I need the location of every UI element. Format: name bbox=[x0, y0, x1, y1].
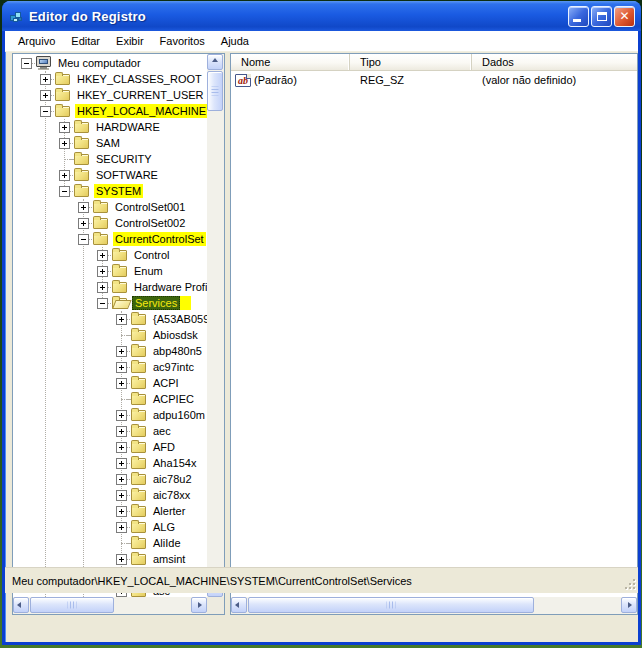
tree-stub bbox=[127, 479, 130, 480]
value-name: (Padrão) bbox=[254, 74, 297, 86]
scroll-right-button[interactable] bbox=[621, 597, 637, 613]
tree-item-aic78xx[interactable]: aic78xx bbox=[13, 487, 207, 503]
expand-plus-icon[interactable] bbox=[116, 458, 127, 469]
tree-item-hardware-profiles[interactable]: Hardware Profiles bbox=[13, 279, 207, 295]
menu-editar[interactable]: Editar bbox=[63, 33, 108, 49]
expand-plus-icon[interactable] bbox=[59, 122, 70, 133]
tree-stub bbox=[127, 383, 130, 384]
values-horizontal-scrollbar[interactable] bbox=[231, 597, 637, 614]
expand-plus-icon[interactable] bbox=[78, 218, 89, 229]
expand-minus-icon[interactable] bbox=[21, 58, 32, 69]
tree-item-hkey-classes-root[interactable]: HKEY_CLASSES_ROOT bbox=[13, 71, 207, 87]
tree-item-system[interactable]: SYSTEM bbox=[13, 183, 207, 199]
maximize-button[interactable] bbox=[591, 6, 612, 27]
tree-indent bbox=[13, 487, 116, 503]
menu-exibir[interactable]: Exibir bbox=[108, 33, 152, 49]
tree-item-currentcontrolset[interactable]: CurrentControlSet bbox=[13, 231, 207, 247]
tree-item-adpu160m[interactable]: adpu160m bbox=[13, 407, 207, 423]
expand-plus-icon[interactable] bbox=[116, 474, 127, 485]
menu-arquivo[interactable]: Arquivo bbox=[10, 33, 63, 49]
tree-indent bbox=[13, 167, 59, 183]
registry-values-pane: Nome Tipo Dados ab (Padrão) REG_SZ (valo… bbox=[230, 53, 638, 615]
expand-plus-icon[interactable] bbox=[40, 90, 51, 101]
tree-item-controlset001[interactable]: ControlSet001 bbox=[13, 199, 207, 215]
tree-item-acpiec[interactable]: ACPIEC bbox=[13, 391, 207, 407]
expand-plus-icon[interactable] bbox=[116, 490, 127, 501]
expand-plus-icon[interactable] bbox=[116, 410, 127, 421]
expand-plus-icon[interactable] bbox=[116, 442, 127, 453]
tree-item-aic78u2[interactable]: aic78u2 bbox=[13, 471, 207, 487]
tree-item-hkey-current-user[interactable]: HKEY_CURRENT_USER bbox=[13, 87, 207, 103]
folder-icon bbox=[131, 408, 148, 422]
expand-plus-icon[interactable] bbox=[59, 138, 70, 149]
tree-item-afd[interactable]: AFD bbox=[13, 439, 207, 455]
tree-item-acpi[interactable]: ACPI bbox=[13, 375, 207, 391]
expand-minus-icon[interactable] bbox=[78, 234, 89, 245]
tree-item-a53ab059[interactable]: {A53AB059- bbox=[13, 311, 207, 327]
expand-plus-icon[interactable] bbox=[116, 522, 127, 533]
scroll-up-button[interactable] bbox=[207, 54, 223, 70]
expand-plus-icon[interactable] bbox=[116, 314, 127, 325]
minimize-icon bbox=[573, 19, 581, 22]
column-header-dados[interactable]: Dados bbox=[472, 54, 637, 70]
menu-favoritos[interactable]: Favoritos bbox=[152, 33, 213, 49]
vertical-scroll-thumb[interactable] bbox=[207, 71, 223, 111]
expand-minus-icon[interactable] bbox=[40, 106, 51, 117]
tree-item-alg[interactable]: ALG bbox=[13, 519, 207, 535]
tree-item-abp480n5[interactable]: abp480n5 bbox=[13, 343, 207, 359]
tree-item-control[interactable]: Control bbox=[13, 247, 207, 263]
expand-plus-icon[interactable] bbox=[116, 378, 127, 389]
tree-item-label: SECURITY bbox=[94, 152, 154, 166]
arrow-left-icon bbox=[17, 602, 21, 608]
tree-item-aec[interactable]: aec bbox=[13, 423, 207, 439]
expand-plus-icon[interactable] bbox=[116, 506, 127, 517]
tree-vertical-scrollbar[interactable] bbox=[207, 54, 224, 597]
minimize-button[interactable] bbox=[568, 6, 589, 27]
column-header-tipo[interactable]: Tipo bbox=[350, 54, 472, 70]
tree-item-controlset002[interactable]: ControlSet002 bbox=[13, 215, 207, 231]
tree-horizontal-scrollbar[interactable] bbox=[13, 597, 207, 614]
tree-item-amsint[interactable]: amsint bbox=[13, 551, 207, 567]
horizontal-scroll-thumb[interactable] bbox=[30, 597, 114, 613]
tree-item-aha154x[interactable]: Aha154x bbox=[13, 455, 207, 471]
expand-plus-icon[interactable] bbox=[59, 170, 70, 181]
value-row[interactable]: ab (Padrão) REG_SZ (valor não definido) bbox=[231, 72, 637, 88]
expand-plus-icon[interactable] bbox=[97, 266, 108, 277]
expand-plus-icon[interactable] bbox=[40, 74, 51, 85]
tree-item-hardware[interactable]: HARDWARE bbox=[13, 119, 207, 135]
folder-icon bbox=[131, 536, 148, 550]
expand-plus-icon[interactable] bbox=[116, 346, 127, 357]
tree-item-alerter[interactable]: Alerter bbox=[13, 503, 207, 519]
expand-minus-icon[interactable] bbox=[59, 186, 70, 197]
horizontal-scroll-thumb[interactable] bbox=[248, 597, 534, 613]
expand-plus-icon[interactable] bbox=[97, 250, 108, 261]
column-header-nome[interactable]: Nome bbox=[231, 54, 350, 70]
expand-plus-icon[interactable] bbox=[116, 362, 127, 373]
tree-item-enum[interactable]: Enum bbox=[13, 263, 207, 279]
resize-grip[interactable] bbox=[623, 577, 636, 590]
scroll-left-button[interactable] bbox=[231, 597, 247, 613]
expand-plus-icon[interactable] bbox=[97, 282, 108, 293]
tree-item-security[interactable]: SECURITY bbox=[13, 151, 207, 167]
tree-item-services[interactable]: Services bbox=[13, 295, 207, 311]
tree-item-label: Alerter bbox=[151, 504, 187, 518]
expand-plus-icon[interactable] bbox=[116, 554, 127, 565]
status-bar: Meu computador\HKEY_LOCAL_MACHINE\SYSTEM… bbox=[5, 567, 638, 593]
menu-ajuda[interactable]: Ajuda bbox=[213, 33, 257, 49]
expand-plus-icon[interactable] bbox=[116, 426, 127, 437]
folder-icon bbox=[131, 376, 148, 390]
expand-minus-icon[interactable] bbox=[97, 298, 108, 309]
tree-item-software[interactable]: SOFTWARE bbox=[13, 167, 207, 183]
titlebar[interactable]: Editor do Registro ✕ bbox=[2, 1, 641, 31]
tree-item-ac97intc[interactable]: ac97intc bbox=[13, 359, 207, 375]
tree-stub bbox=[127, 511, 130, 512]
close-button[interactable]: ✕ bbox=[614, 6, 635, 27]
expand-plus-icon[interactable] bbox=[78, 202, 89, 213]
tree-item-abiosdsk[interactable]: Abiosdsk bbox=[13, 327, 207, 343]
scroll-right-button[interactable] bbox=[191, 597, 207, 613]
tree-item-sam[interactable]: SAM bbox=[13, 135, 207, 151]
scroll-left-button[interactable] bbox=[13, 597, 29, 613]
tree-item-hkey-local-machine[interactable]: HKEY_LOCAL_MACHINE bbox=[13, 103, 207, 119]
tree-item-meu-computador[interactable]: Meu computador bbox=[13, 55, 207, 71]
tree-item-aliide[interactable]: AliIde bbox=[13, 535, 207, 551]
